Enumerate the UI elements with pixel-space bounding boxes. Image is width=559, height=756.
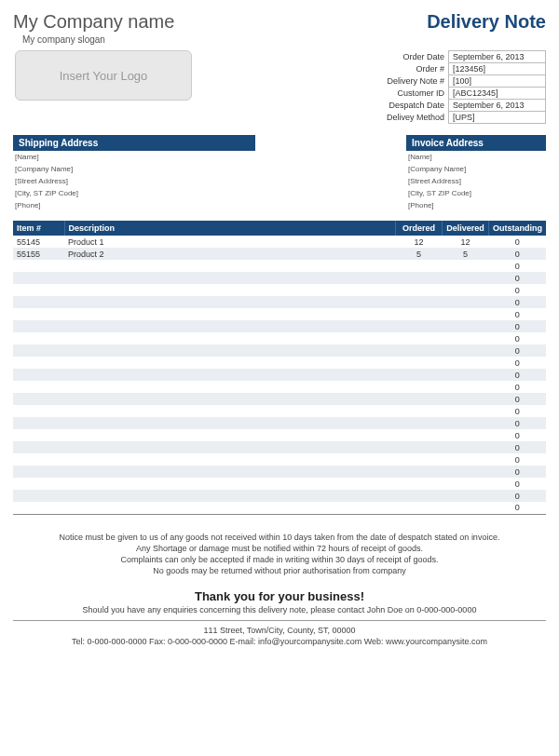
cell-desc	[64, 453, 396, 466]
cell-ordered	[396, 284, 443, 296]
table-row: 0	[13, 478, 546, 490]
items-header-row: Item # Description Ordered Delivered Out…	[13, 221, 546, 236]
cell-item	[13, 320, 64, 332]
invoice-line: [Street Address]	[406, 175, 546, 187]
cell-ordered	[396, 369, 443, 381]
cell-delivered	[443, 502, 489, 514]
cell-item	[13, 344, 64, 357]
shipping-address-block: Shipping Address [Name] [Company Name] […	[13, 135, 255, 211]
table-row: 55145Product 112120	[13, 236, 546, 248]
cell-outstanding: 0	[489, 466, 547, 478]
meta-label-order-date: Order Date	[383, 51, 449, 63]
cell-desc	[64, 357, 396, 369]
addresses: Shipping Address [Name] [Company Name] […	[13, 135, 546, 211]
meta-label-delivery-note-num: Delivery Note #	[383, 75, 449, 88]
table-row: 0	[13, 453, 546, 466]
cell-delivered	[443, 393, 489, 405]
cell-ordered	[396, 260, 443, 272]
cell-ordered	[396, 502, 443, 514]
table-row: 55155Product 2550	[13, 248, 546, 260]
cell-outstanding: 0	[489, 369, 547, 381]
cell-desc	[64, 260, 396, 272]
footer: 111 Street, Town/City, County, ST, 00000…	[13, 625, 546, 647]
company-name: My Company name	[13, 11, 174, 33]
cell-item	[13, 332, 64, 344]
cell-ordered	[396, 441, 443, 453]
cell-ordered	[396, 490, 443, 502]
table-row: 0	[13, 466, 546, 478]
table-row: 0	[13, 490, 546, 502]
cell-item	[13, 405, 64, 417]
cell-ordered	[396, 429, 443, 441]
footer-divider	[13, 620, 546, 621]
table-row: 0	[13, 381, 546, 393]
cell-desc	[64, 429, 396, 441]
cell-delivered	[443, 260, 489, 272]
document-title: Delivery Note	[427, 11, 546, 33]
notice-line: Any Shortage or damage must be notified …	[13, 543, 546, 554]
cell-outstanding: 0	[489, 296, 547, 308]
cell-outstanding: 0	[489, 308, 547, 320]
cell-delivered	[443, 357, 489, 369]
table-row: 0	[13, 429, 546, 441]
cell-delivered	[443, 441, 489, 453]
cell-desc	[64, 417, 396, 429]
table-row: 0	[13, 272, 546, 284]
cell-delivered	[443, 272, 489, 284]
cell-delivered	[443, 296, 489, 308]
cell-desc	[64, 478, 396, 490]
meta-value-despatch-date: September 6, 2013	[449, 100, 546, 112]
logo-placeholder[interactable]: Insert Your Logo	[15, 50, 192, 101]
cell-ordered	[396, 357, 443, 369]
cell-delivered	[443, 320, 489, 332]
delivery-note-page: My Company name My company slogan Delive…	[0, 0, 559, 668]
thanks-title: Thank you for your business!	[13, 589, 546, 603]
cell-ordered	[396, 344, 443, 357]
col-outstanding: Outstanding	[489, 221, 547, 236]
table-row: 0	[13, 502, 546, 514]
cell-outstanding: 0	[489, 344, 547, 357]
cell-outstanding: 0	[489, 441, 547, 453]
cell-item	[13, 502, 64, 514]
cell-delivered: 12	[443, 236, 489, 248]
cell-ordered	[396, 466, 443, 478]
cell-delivered	[443, 429, 489, 441]
shipping-line: [Phone]	[13, 199, 255, 211]
meta-value-delivery-note-num: [100]	[449, 75, 546, 88]
cell-desc: Product 2	[64, 248, 396, 260]
table-row: 0	[13, 260, 546, 272]
invoice-address-block: Invoice Address [Name] [Company Name] [S…	[406, 135, 546, 211]
cell-item	[13, 490, 64, 502]
invoice-line: [Name]	[406, 151, 546, 163]
table-row: 0	[13, 369, 546, 381]
cell-ordered	[396, 296, 443, 308]
cell-item	[13, 429, 64, 441]
cell-outstanding: 0	[489, 320, 547, 332]
cell-delivered	[443, 308, 489, 320]
cell-desc	[64, 296, 396, 308]
cell-item	[13, 441, 64, 453]
cell-desc	[64, 369, 396, 381]
cell-item	[13, 381, 64, 393]
table-row: 0	[13, 357, 546, 369]
cell-item	[13, 453, 64, 466]
cell-ordered	[396, 308, 443, 320]
items-table: Item # Description Ordered Delivered Out…	[13, 221, 546, 515]
shipping-address-title: Shipping Address	[13, 135, 255, 151]
cell-desc	[64, 490, 396, 502]
cell-desc: Product 1	[64, 236, 396, 248]
meta-label-order-num: Order #	[383, 63, 449, 75]
cell-desc	[64, 381, 396, 393]
cell-item: 55145	[13, 236, 64, 248]
table-row: 0	[13, 320, 546, 332]
company-slogan: My company slogan	[22, 34, 174, 45]
cell-outstanding: 0	[489, 502, 547, 514]
footer-address: 111 Street, Town/City, County, ST, 00000	[13, 625, 546, 636]
cell-outstanding: 0	[489, 405, 547, 417]
cell-desc	[64, 393, 396, 405]
cell-delivered	[443, 344, 489, 357]
cell-delivered	[443, 405, 489, 417]
cell-ordered: 12	[396, 236, 443, 248]
logo-meta-row: Insert Your Logo Order Date September 6,…	[13, 50, 546, 124]
invoice-line: [Phone]	[406, 199, 546, 211]
